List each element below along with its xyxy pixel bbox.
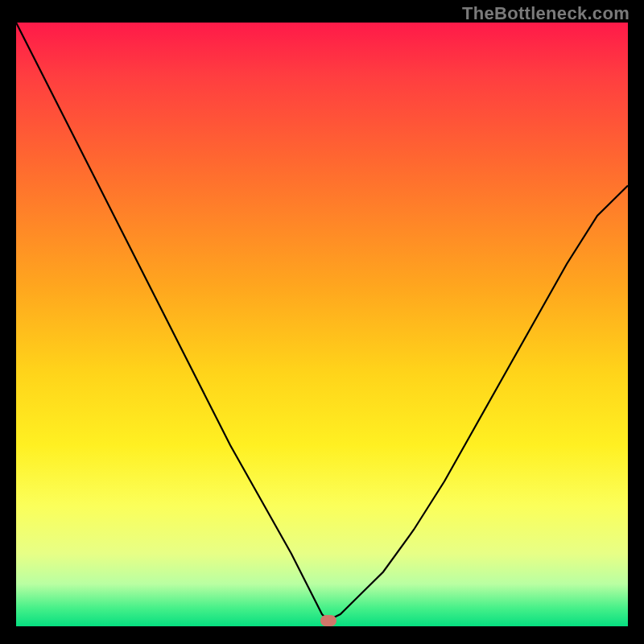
chart-frame: TheBottleneck.com — [0, 0, 644, 644]
v-curve — [16, 23, 628, 626]
minimum-marker — [320, 615, 336, 626]
plot-area — [16, 23, 628, 626]
watermark-text: TheBottleneck.com — [462, 3, 630, 24]
